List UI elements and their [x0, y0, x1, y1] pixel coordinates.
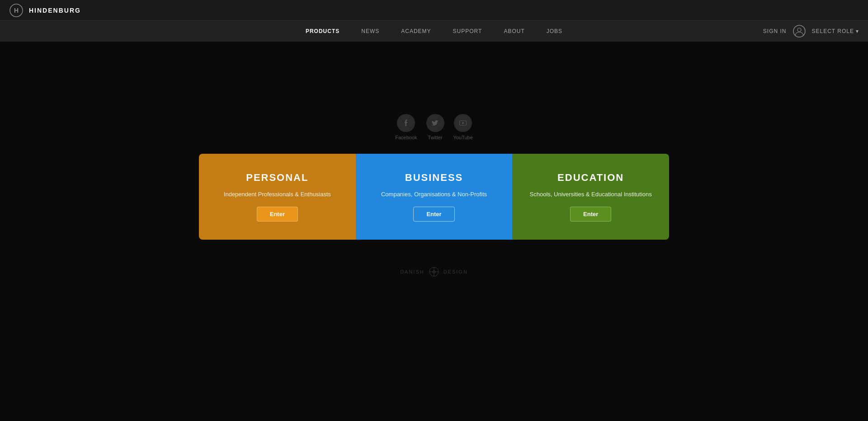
social-youtube[interactable]: YouTube [453, 114, 473, 140]
danish-design-logo-icon [429, 267, 439, 277]
svg-marker-5 [462, 122, 465, 124]
logo-area: H HINDENBURG [9, 3, 81, 18]
personal-enter-button[interactable]: Enter [257, 207, 298, 222]
role-card-personal: PERSONAL Independent Professionals & Ent… [199, 154, 356, 240]
footer-brand-text: DANISH [400, 269, 425, 274]
twitter-icon [426, 114, 444, 132]
business-title: BUSINESS [405, 172, 463, 184]
navigation-bar: PRODUCTS NEWS ACADEMY SUPPORT ABOUT JOBS… [0, 21, 868, 42]
footer-brand: DANISH DESIGN [400, 267, 468, 277]
business-subtitle: Companies, Organisations & Non-Profits [381, 191, 487, 198]
facebook-icon [397, 114, 415, 132]
facebook-label: Facebook [395, 135, 417, 140]
twitter-label: Twitter [428, 135, 442, 140]
select-role-dropdown[interactable]: SELECT ROLE ▾ [812, 28, 859, 34]
nav-item-jobs[interactable]: JOBS [536, 21, 573, 42]
user-icon[interactable] [793, 25, 806, 38]
education-subtitle: Schools, Universities & Educational Inst… [530, 191, 652, 198]
social-facebook[interactable]: Facebook [395, 114, 417, 140]
personal-title: PERSONAL [246, 172, 308, 184]
header: H HINDENBURG [0, 0, 868, 21]
svg-point-3 [797, 28, 801, 32]
education-title: EDUCATION [557, 172, 624, 184]
nav-item-support[interactable]: SUPPORT [442, 21, 493, 42]
social-icons-group: Facebook Twitter YouTube [395, 114, 473, 140]
role-cards-container: PERSONAL Independent Professionals & Ent… [199, 154, 669, 240]
hindenburg-logo-icon: H [9, 3, 24, 18]
footer-brand-text2: DESIGN [443, 269, 468, 274]
nav-item-news[interactable]: NEWS [350, 21, 390, 42]
nav-item-academy[interactable]: ACADEMY [390, 21, 442, 42]
logo-text: HINDENBURG [29, 7, 81, 14]
nav-item-products[interactable]: PRODUCTS [295, 21, 350, 42]
education-enter-button[interactable]: Enter [570, 207, 611, 222]
role-card-business: BUSINESS Companies, Organisations & Non-… [356, 154, 513, 240]
svg-text:H: H [14, 7, 19, 14]
youtube-label: YouTube [453, 135, 473, 140]
personal-subtitle: Independent Professionals & Enthusiasts [224, 191, 331, 198]
business-enter-button[interactable]: Enter [413, 207, 454, 222]
role-card-education: EDUCATION Schools, Universities & Educat… [512, 154, 669, 240]
sign-in-text[interactable]: SIGN IN [763, 28, 787, 34]
youtube-icon [454, 114, 472, 132]
main-content: Facebook Twitter YouTube PERSONAL [0, 42, 868, 277]
social-twitter[interactable]: Twitter [426, 114, 444, 140]
nav-item-about[interactable]: ABOUT [493, 21, 535, 42]
chevron-down-icon: ▾ [856, 28, 859, 34]
header-actions: SIGN IN SELECT ROLE ▾ [763, 25, 859, 38]
